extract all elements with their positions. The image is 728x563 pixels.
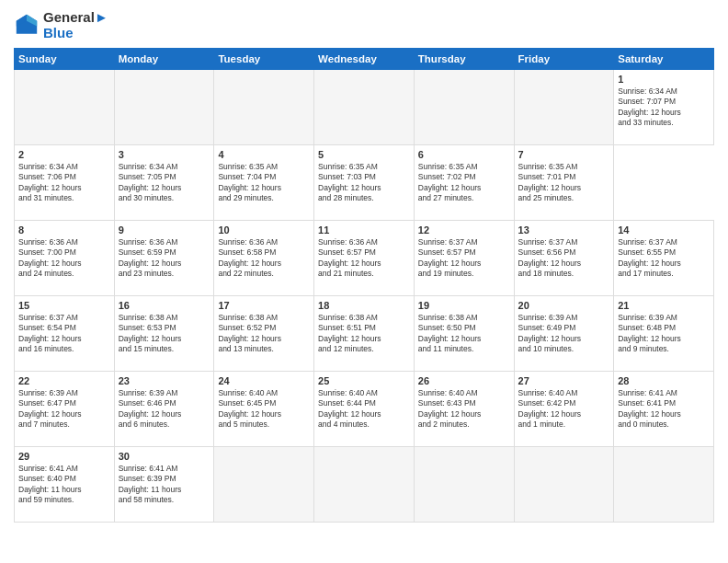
cell-info: Sunrise: 6:39 AMSunset: 6:49 PMDaylight:… [518, 313, 610, 355]
week-row-1: 1Sunrise: 6:34 AMSunset: 7:07 PMDaylight… [15, 70, 714, 145]
cell-info: Sunrise: 6:38 AMSunset: 6:53 PMDaylight:… [119, 313, 210, 355]
cell-info: Sunrise: 6:38 AMSunset: 6:50 PMDaylight:… [418, 313, 510, 355]
day-number: 16 [119, 300, 210, 311]
calendar-cell: 6Sunrise: 6:35 AMSunset: 7:02 PMDaylight… [414, 145, 514, 221]
cell-info: Sunrise: 6:37 AMSunset: 6:56 PMDaylight:… [518, 237, 610, 280]
calendar-cell [514, 447, 614, 523]
day-number: 9 [119, 224, 210, 236]
day-number: 29 [18, 451, 110, 462]
calendar-cell: 20Sunrise: 6:39 AMSunset: 6:49 PMDayligh… [514, 296, 614, 372]
calendar-body: 1Sunrise: 6:34 AMSunset: 7:07 PMDaylight… [15, 70, 714, 523]
calendar-cell [214, 70, 314, 145]
calendar-cell: 12Sunrise: 6:37 AMSunset: 6:57 PMDayligh… [414, 221, 514, 296]
day-number: 8 [18, 224, 110, 236]
calendar-table: SundayMondayTuesdayWednesdayThursdayFrid… [14, 48, 714, 523]
week-row-3: 8Sunrise: 6:36 AMSunset: 7:00 PMDaylight… [15, 221, 714, 296]
cell-info: Sunrise: 6:36 AMSunset: 6:57 PMDaylight:… [318, 237, 410, 280]
day-number: 13 [518, 224, 610, 236]
calendar-cell [15, 70, 115, 145]
cell-info: Sunrise: 6:39 AMSunset: 6:48 PMDaylight:… [618, 313, 710, 355]
calendar-cell: 29Sunrise: 6:41 AMSunset: 6:40 PMDayligh… [15, 447, 115, 523]
cell-info: Sunrise: 6:35 AMSunset: 7:02 PMDaylight:… [418, 162, 510, 204]
cell-info: Sunrise: 6:36 AMSunset: 6:59 PMDaylight:… [119, 237, 210, 280]
day-number: 21 [618, 300, 710, 311]
day-header-monday: Monday [114, 49, 214, 70]
day-number: 2 [18, 149, 110, 160]
cell-info: Sunrise: 6:39 AMSunset: 6:46 PMDaylight:… [119, 388, 210, 431]
day-header-sunday: Sunday [15, 49, 115, 70]
calendar-cell: 16Sunrise: 6:38 AMSunset: 6:53 PMDayligh… [114, 296, 214, 372]
day-number: 27 [518, 375, 610, 386]
calendar-cell: 18Sunrise: 6:38 AMSunset: 6:51 PMDayligh… [314, 296, 415, 372]
calendar-cell [314, 447, 415, 523]
day-number: 11 [318, 224, 410, 236]
calendar-cell [214, 447, 314, 523]
day-number: 22 [18, 375, 110, 386]
calendar-cell: 9Sunrise: 6:36 AMSunset: 6:59 PMDaylight… [114, 221, 214, 296]
calendar-cell: 21Sunrise: 6:39 AMSunset: 6:48 PMDayligh… [614, 296, 714, 372]
week-row-5: 22Sunrise: 6:39 AMSunset: 6:47 PMDayligh… [15, 372, 714, 447]
calendar-cell: 22Sunrise: 6:39 AMSunset: 6:47 PMDayligh… [15, 372, 115, 447]
day-number: 23 [119, 375, 210, 386]
logo-text: General► Blue [43, 9, 108, 40]
calendar-cell: 26Sunrise: 6:40 AMSunset: 6:43 PMDayligh… [414, 372, 514, 447]
day-header-thursday: Thursday [414, 49, 514, 70]
calendar-cell: 15Sunrise: 6:37 AMSunset: 6:54 PMDayligh… [15, 296, 115, 372]
cell-info: Sunrise: 6:35 AMSunset: 7:03 PMDaylight:… [318, 162, 410, 204]
calendar-cell: 14Sunrise: 6:37 AMSunset: 6:55 PMDayligh… [614, 221, 714, 296]
day-number: 15 [18, 300, 110, 311]
calendar-cell: 5Sunrise: 6:35 AMSunset: 7:03 PMDaylight… [314, 145, 415, 221]
calendar-cell: 1Sunrise: 6:34 AMSunset: 7:07 PMDaylight… [614, 70, 714, 145]
cell-info: Sunrise: 6:40 AMSunset: 6:43 PMDaylight:… [418, 388, 510, 431]
cell-info: Sunrise: 6:37 AMSunset: 6:57 PMDaylight:… [418, 237, 510, 280]
header-row: SundayMondayTuesdayWednesdayThursdayFrid… [15, 49, 714, 70]
day-number: 18 [318, 300, 410, 311]
day-number: 4 [218, 149, 310, 160]
calendar-cell: 27Sunrise: 6:40 AMSunset: 6:42 PMDayligh… [514, 372, 614, 447]
day-number: 14 [618, 224, 710, 236]
day-header-wednesday: Wednesday [314, 49, 415, 70]
day-number: 24 [218, 375, 310, 386]
cell-info: Sunrise: 6:34 AMSunset: 7:07 PMDaylight:… [618, 86, 710, 129]
calendar-cell: 17Sunrise: 6:38 AMSunset: 6:52 PMDayligh… [214, 296, 314, 372]
cell-info: Sunrise: 6:38 AMSunset: 6:52 PMDaylight:… [218, 313, 310, 355]
logo: General► Blue [14, 9, 108, 40]
week-row-6: 29Sunrise: 6:41 AMSunset: 6:40 PMDayligh… [15, 447, 714, 523]
cell-info: Sunrise: 6:34 AMSunset: 7:05 PMDaylight:… [119, 162, 210, 204]
day-number: 6 [418, 149, 510, 160]
cell-info: Sunrise: 6:41 AMSunset: 6:41 PMDaylight:… [618, 388, 710, 431]
cell-info: Sunrise: 6:36 AMSunset: 7:00 PMDaylight:… [18, 237, 110, 280]
day-number: 17 [218, 300, 310, 311]
cell-info: Sunrise: 6:37 AMSunset: 6:54 PMDaylight:… [18, 313, 110, 355]
day-number: 26 [418, 375, 510, 386]
day-number: 1 [618, 74, 710, 85]
week-row-2: 2Sunrise: 6:34 AMSunset: 7:06 PMDaylight… [15, 145, 714, 221]
calendar-cell: 24Sunrise: 6:40 AMSunset: 6:45 PMDayligh… [214, 372, 314, 447]
logo-icon [14, 12, 40, 38]
day-header-friday: Friday [514, 49, 614, 70]
header: General► Blue [14, 9, 714, 40]
day-number: 20 [518, 300, 610, 311]
cell-info: Sunrise: 6:36 AMSunset: 6:58 PMDaylight:… [218, 237, 310, 280]
calendar-cell: 3Sunrise: 6:34 AMSunset: 7:05 PMDaylight… [114, 145, 214, 221]
day-number: 25 [318, 375, 410, 386]
cell-info: Sunrise: 6:41 AMSunset: 6:39 PMDaylight:… [119, 464, 210, 506]
calendar-cell [314, 70, 415, 145]
calendar-cell [114, 70, 214, 145]
calendar-header: SundayMondayTuesdayWednesdayThursdayFrid… [15, 49, 714, 70]
calendar-cell: 25Sunrise: 6:40 AMSunset: 6:44 PMDayligh… [314, 372, 415, 447]
day-number: 5 [318, 149, 410, 160]
day-header-saturday: Saturday [614, 49, 714, 70]
calendar-cell: 2Sunrise: 6:34 AMSunset: 7:06 PMDaylight… [15, 145, 115, 221]
cell-info: Sunrise: 6:35 AMSunset: 7:01 PMDaylight:… [518, 162, 610, 204]
page: General► Blue SundayMondayTuesdayWednesd… [0, 0, 728, 563]
calendar-cell: 30Sunrise: 6:41 AMSunset: 6:39 PMDayligh… [114, 447, 214, 523]
calendar-cell: 7Sunrise: 6:35 AMSunset: 7:01 PMDaylight… [514, 145, 614, 221]
week-row-4: 15Sunrise: 6:37 AMSunset: 6:54 PMDayligh… [15, 296, 714, 372]
calendar-cell: 28Sunrise: 6:41 AMSunset: 6:41 PMDayligh… [614, 372, 714, 447]
cell-info: Sunrise: 6:40 AMSunset: 6:42 PMDaylight:… [518, 388, 610, 431]
calendar-cell: 8Sunrise: 6:36 AMSunset: 7:00 PMDaylight… [15, 221, 115, 296]
calendar-cell: 23Sunrise: 6:39 AMSunset: 6:46 PMDayligh… [114, 372, 214, 447]
calendar-cell [414, 447, 514, 523]
calendar-cell: 10Sunrise: 6:36 AMSunset: 6:58 PMDayligh… [214, 221, 314, 296]
